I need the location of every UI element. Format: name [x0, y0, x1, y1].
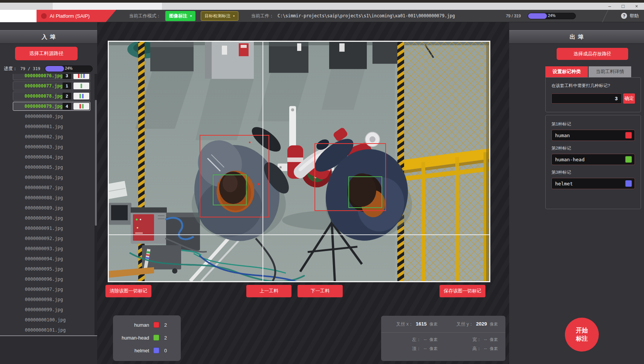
- file-list-item[interactable]: 0000000095.jpg: [0, 264, 95, 274]
- class-color-chip: [73, 103, 89, 110]
- legend-row: human2: [113, 318, 181, 331]
- start-annotation-button[interactable]: 开始标注: [565, 318, 599, 352]
- screen-top-edge: [0, 0, 644, 3]
- previous-image-button[interactable]: 上一工料: [246, 285, 291, 297]
- label-name-value: human-head: [555, 157, 625, 162]
- confirm-button[interactable]: 确定: [623, 93, 635, 104]
- file-name: 00000000101.jpg: [0, 327, 66, 333]
- work-mode-label: 当前工作模式：: [129, 13, 161, 19]
- file-list-item[interactable]: 0000000087.jpg: [0, 182, 95, 193]
- help-button[interactable]: ? 帮助: [621, 13, 639, 19]
- legend-label: human-head: [113, 335, 149, 341]
- chevron-down-icon: ▾: [190, 14, 192, 18]
- file-list-item[interactable]: 0000000092.jpg: [0, 233, 95, 243]
- annotation-workspace: 清除该图一切标记 上一工料 下一工料 保存该图一切标记 human2human-…: [97, 22, 509, 364]
- legend-count: 0: [164, 348, 167, 353]
- file-name: 0000000099.jpg: [0, 307, 63, 312]
- class-legend: human2human-head2helmet0: [113, 315, 181, 361]
- file-list-scrollbar[interactable]: [95, 74, 97, 335]
- file-list-item[interactable]: 0000000091.jpg: [0, 223, 95, 233]
- file-list: 0000000076.jpg30000000077.jpg10000000078…: [0, 74, 95, 335]
- file-list-item[interactable]: 0000000081.jpg: [0, 121, 95, 132]
- file-list-item[interactable]: 0000000089.jpg: [0, 203, 95, 213]
- mode-object-detection-button[interactable]: 目标检测标注▾: [201, 11, 238, 21]
- file-list-item[interactable]: 0000000079.jpg4: [0, 101, 95, 111]
- label-name-field[interactable]: human-head: [551, 154, 635, 165]
- label-name-value: human: [555, 133, 625, 138]
- file-list-item[interactable]: 0000000097.jpg: [0, 284, 95, 294]
- panel-footer: [0, 336, 97, 364]
- file-list-item[interactable]: 0000000078.jpg2: [0, 91, 95, 101]
- scrollbar-thumb[interactable]: [95, 100, 97, 225]
- bounding-box-human-head[interactable]: [348, 176, 382, 208]
- file-list-item[interactable]: 0000000084.jpg: [0, 152, 95, 162]
- label-color-swatch[interactable]: [625, 132, 632, 139]
- input-panel: 入埠 选择工料源路径 进度： 79 / 319 24% 0000000076.j…: [0, 22, 97, 364]
- file-list-item[interactable]: 0000000093.jpg: [0, 243, 95, 254]
- crosshair-x-readout: 叉丝 x： 1615 像素: [389, 321, 438, 327]
- crosshair-y-readout: 叉丝 y： 2029 像素: [449, 321, 498, 327]
- file-list-item[interactable]: 00000000101.jpg: [0, 325, 95, 335]
- brand-logo-icon: [41, 13, 47, 19]
- coordinates-panel: 叉丝 x： 1615 像素 叉丝 y： 2029 像素 左： -- 像素 宽： …: [381, 316, 505, 361]
- save-annotations-button[interactable]: 保存该图一切标记: [440, 285, 485, 297]
- file-name: 0000000080.jpg: [0, 114, 63, 119]
- label-color-swatch[interactable]: [625, 156, 632, 163]
- file-list-item[interactable]: 0000000082.jpg: [0, 132, 95, 142]
- file-list-item[interactable]: 0000000083.jpg: [0, 142, 95, 152]
- file-list-item[interactable]: 0000000096.jpg: [0, 274, 95, 284]
- current-file-label: 当前工件：: [251, 13, 274, 19]
- file-name: 0000000092.jpg: [0, 236, 63, 241]
- file-list-item[interactable]: 0000000099.jpg: [0, 304, 95, 315]
- file-name: 0000000095.jpg: [0, 266, 63, 272]
- window-titlebar: – □ ×: [0, 3, 644, 10]
- file-name: 0000000076.jpg: [13, 74, 63, 78]
- next-image-button[interactable]: 下一工料: [298, 285, 343, 297]
- clear-annotations-button[interactable]: 清除该图一切标记: [105, 285, 151, 297]
- legend-row: human-head2: [113, 331, 181, 344]
- annotation-canvas[interactable]: [108, 41, 490, 282]
- label-name-field[interactable]: helmet: [551, 178, 635, 189]
- label-name-field[interactable]: human: [551, 130, 635, 141]
- header-progress-count: 79 / 319: [506, 14, 521, 18]
- select-output-path-button[interactable]: 选择成品存放路径: [557, 48, 628, 60]
- minimize-button[interactable]: –: [608, 4, 611, 9]
- legend-row: helmet0: [113, 344, 181, 357]
- file-list-item[interactable]: 0000000080.jpg: [0, 111, 95, 121]
- maximize-button[interactable]: □: [622, 4, 625, 9]
- tab-set-label-types[interactable]: 设置标记种类: [545, 66, 588, 77]
- label-count-groupbox: 在该套工料中需要打几种标记? 确定: [545, 77, 641, 112]
- label-field-title: 第3种标记: [551, 170, 635, 175]
- legend-count: 2: [164, 322, 167, 328]
- mode-image-annotation-button[interactable]: 图像标注▾: [165, 11, 195, 21]
- legend-label: human: [113, 322, 149, 328]
- file-list-item[interactable]: 0000000085.jpg: [0, 162, 95, 172]
- label-color-swatch[interactable]: [625, 180, 632, 187]
- file-name: 0000000085.jpg: [0, 165, 63, 170]
- label-count-question: 在该套工料中需要打几种标记?: [551, 83, 635, 89]
- file-name: 0000000091.jpg: [0, 226, 63, 231]
- file-list-item[interactable]: 0000000098.jpg: [0, 294, 95, 304]
- close-button[interactable]: ×: [635, 4, 638, 9]
- file-name: 00000000100.jpg: [0, 317, 66, 323]
- bounding-box-human-head[interactable]: [213, 174, 247, 205]
- file-list-item[interactable]: 0000000077.jpg1: [0, 81, 95, 91]
- label-count-input[interactable]: [551, 93, 622, 104]
- annotation-count-badge: 3: [63, 74, 71, 79]
- tab-current-item-details[interactable]: 当前工料详情: [589, 66, 631, 77]
- file-list-item[interactable]: 0000000088.jpg: [0, 193, 95, 203]
- file-name: 0000000093.jpg: [0, 246, 63, 251]
- file-list-item[interactable]: 0000000076.jpg3: [0, 74, 95, 81]
- legend-color-swatch: [153, 322, 159, 328]
- annotation-count-badge: 2: [63, 93, 71, 99]
- annotation-count-badge: 1: [63, 83, 71, 89]
- file-list-item[interactable]: 0000000090.jpg: [0, 213, 95, 223]
- label-name-value: helmet: [555, 181, 625, 187]
- sidebar-progress-bar: 24%: [45, 66, 93, 72]
- select-source-path-button[interactable]: 选择工料源路径: [15, 47, 78, 60]
- annotation-layer[interactable]: [109, 42, 489, 281]
- file-list-item[interactable]: 0000000094.jpg: [0, 254, 95, 264]
- file-list-item[interactable]: 00000000100.jpg: [0, 315, 95, 325]
- box-left-readout: 左： -- 像素: [389, 336, 438, 343]
- file-list-item[interactable]: 0000000086.jpg: [0, 172, 95, 182]
